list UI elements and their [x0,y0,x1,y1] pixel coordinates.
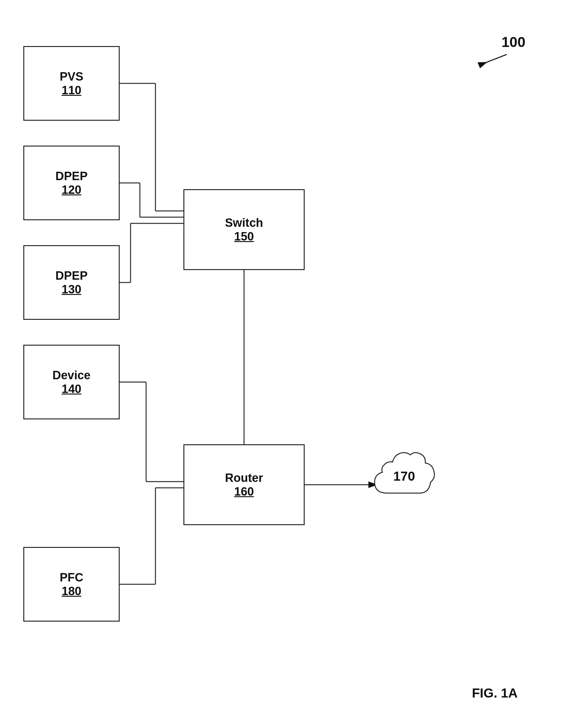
diagram: PVS 110 DPEP 120 DPEP 130 Device 140 PFC… [0,0,586,728]
cloud-svg: 170 [368,445,440,507]
dpep1-number: 120 [61,183,81,197]
router-label: Router [225,471,263,485]
dpep1-box: DPEP 120 [23,146,120,220]
svg-line-2 [479,54,507,65]
device-box: Device 140 [23,345,120,419]
dpep1-label: DPEP [55,169,87,183]
switch-label: Switch [225,216,263,230]
pvs-number: 110 [61,84,81,97]
dpep2-number: 130 [61,283,81,296]
ref-100-label: 100 [502,33,525,50]
fig-label: FIG. 1A [472,686,517,701]
router-number: 160 [234,485,254,498]
device-number: 140 [61,382,81,396]
device-label: Device [53,368,91,383]
switch-box: Switch 150 [183,189,305,270]
pfc-number: 180 [61,584,81,598]
pvs-label: PVS [60,70,83,84]
router-box: Router 160 [183,444,305,525]
cloud-170: 170 [368,445,440,508]
pvs-box: PVS 110 [23,46,120,121]
switch-number: 150 [234,230,254,243]
pfc-label: PFC [60,571,83,585]
dpep2-box: DPEP 130 [23,245,120,320]
pfc-box: PFC 180 [23,547,120,622]
svg-text:170: 170 [393,469,415,483]
dpep2-label: DPEP [55,269,87,283]
